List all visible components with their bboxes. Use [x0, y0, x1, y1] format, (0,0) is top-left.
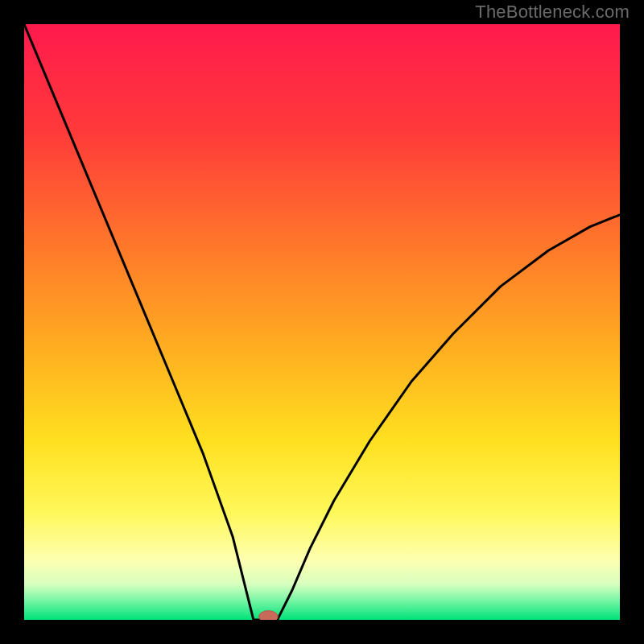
- plot-area: [24, 24, 620, 620]
- watermark-text: TheBottleneck.com: [475, 2, 630, 23]
- bottleneck-chart: [24, 24, 620, 620]
- gradient-background: [24, 24, 620, 620]
- optimum-marker: [259, 611, 279, 620]
- chart-frame: TheBottleneck.com: [0, 0, 644, 644]
